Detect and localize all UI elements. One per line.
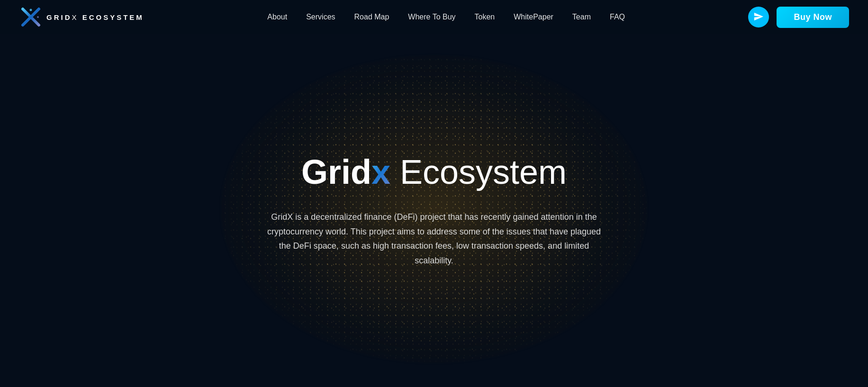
logo-icon — [19, 5, 43, 29]
hero-title-bold: Grid — [301, 153, 371, 191]
nav-link-faq[interactable]: FAQ — [610, 13, 625, 21]
nav-item-services[interactable]: Services — [306, 13, 335, 21]
nav-link-where-to-buy[interactable]: Where To Buy — [408, 13, 455, 21]
hero-section: Gridx Ecosystem GridX is a decentralized… — [0, 34, 868, 387]
hero-title-x: x — [371, 153, 390, 191]
svg-point-3 — [37, 16, 39, 18]
nav-link-about[interactable]: About — [267, 13, 287, 21]
nav-link-services[interactable]: Services — [306, 13, 335, 21]
nav-item-where-to-buy[interactable]: Where To Buy — [408, 13, 455, 21]
nav-link-team[interactable]: Team — [572, 13, 591, 21]
nav-item-token[interactable]: Token — [475, 13, 495, 21]
nav-link-whitepaper[interactable]: WhitePaper — [514, 13, 553, 21]
nav-link-roadmap[interactable]: Road Map — [354, 13, 389, 21]
hero-title: Gridx Ecosystem — [301, 153, 567, 191]
logo-link[interactable]: GRIDX ECOSYSTEM — [19, 5, 144, 29]
nav-right-actions: Buy Now — [748, 7, 849, 28]
nav-item-faq[interactable]: FAQ — [610, 13, 625, 21]
hero-description: GridX is a decentralized finance (DeFi) … — [263, 210, 605, 268]
nav-item-about[interactable]: About — [267, 13, 287, 21]
nav-links: About Services Road Map Where To Buy Tok… — [267, 13, 625, 21]
nav-item-whitepaper[interactable]: WhitePaper — [514, 13, 553, 21]
send-icon — [753, 11, 764, 23]
buy-now-button[interactable]: Buy Now — [777, 7, 849, 28]
navbar: GRIDX ECOSYSTEM About Services Road Map … — [0, 0, 868, 34]
nav-link-token[interactable]: Token — [475, 13, 495, 21]
telegram-button[interactable] — [748, 7, 769, 27]
logo-text: GRIDX ECOSYSTEM — [46, 13, 144, 21]
svg-point-2 — [30, 9, 32, 11]
nav-item-roadmap[interactable]: Road Map — [354, 13, 389, 21]
hero-title-normal: Ecosystem — [390, 153, 567, 191]
nav-item-team[interactable]: Team — [572, 13, 591, 21]
